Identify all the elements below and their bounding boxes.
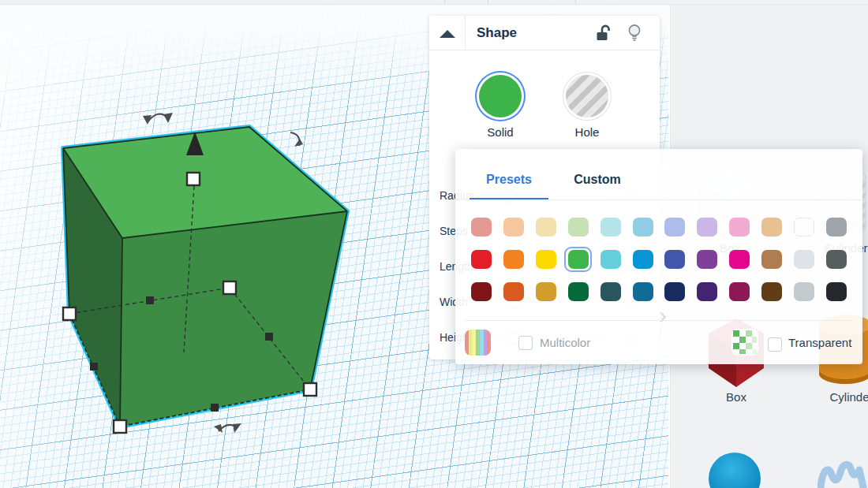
color-swatch[interactable] [568, 282, 589, 301]
color-swatch[interactable] [794, 218, 814, 237]
color-swatch[interactable] [729, 282, 750, 301]
color-swatch[interactable] [794, 250, 814, 269]
color-swatch[interactable] [761, 282, 782, 301]
inspector-header: Shape [429, 16, 660, 50]
shape-label: Cylinder [812, 390, 868, 404]
color-swatch[interactable] [761, 250, 782, 269]
color-swatch[interactable] [600, 218, 621, 237]
color-swatch[interactable] [697, 282, 717, 301]
color-swatch[interactable] [794, 282, 814, 301]
color-swatch[interactable] [826, 250, 847, 269]
color-swatch[interactable] [568, 218, 589, 237]
shape-label: Box [697, 390, 776, 404]
toolbar-separator [488, 0, 488, 5]
triangle-up-icon [440, 30, 455, 38]
color-swatch[interactable] [664, 218, 685, 237]
color-swatch[interactable] [826, 282, 847, 301]
color-swatch[interactable] [633, 218, 653, 237]
toolbar-bottom-strip [0, 0, 868, 5]
solid-option-label: Solid [479, 125, 522, 139]
shape-scribble-icon[interactable] [817, 456, 868, 488]
hole-option-label: Hole [566, 125, 608, 139]
transparent-label: Transparent [788, 336, 851, 349]
color-swatch[interactable] [536, 250, 556, 269]
color-swatch[interactable] [633, 250, 653, 269]
unlock-icon[interactable] [595, 24, 612, 42]
color-picker-popover: Presets Custom › Multicolor Transparent [455, 149, 862, 364]
color-swatch[interactable] [761, 218, 782, 237]
toolbar-separator [575, 0, 576, 5]
hole-option-button[interactable] [566, 75, 608, 117]
color-swatch[interactable] [633, 282, 653, 301]
shape-sphere-icon[interactable] [709, 453, 761, 488]
color-swatch[interactable] [471, 250, 492, 269]
lightbulb-icon[interactable] [627, 24, 642, 43]
color-swatch[interactable] [471, 218, 492, 237]
color-swatch[interactable] [697, 218, 717, 237]
tab-presets[interactable]: Presets [470, 173, 548, 187]
tabbar-border [455, 199, 862, 200]
color-swatch[interactable] [826, 218, 847, 237]
more-presets-chevron-icon[interactable]: › [659, 304, 667, 327]
tinkercad-editor: Box Cylinder Box Cylinder › [0, 0, 868, 488]
multicolor-label: Multicolor [540, 336, 590, 349]
color-swatch[interactable] [503, 250, 524, 269]
toolbar-separator [444, 0, 445, 5]
transparent-icon [731, 329, 758, 356]
transparent-checkbox[interactable] [768, 337, 782, 352]
color-swatch[interactable] [697, 250, 717, 269]
multicolor-icon [465, 330, 491, 356]
color-swatch[interactable] [729, 250, 750, 269]
inspector-title: Shape [477, 25, 517, 41]
color-swatch[interactable] [471, 282, 492, 301]
color-swatch[interactable] [600, 282, 621, 301]
color-swatch[interactable] [729, 218, 750, 237]
solid-option-button[interactable] [479, 75, 522, 117]
color-swatch[interactable] [503, 218, 524, 237]
tab-custom[interactable]: Custom [566, 173, 629, 187]
color-swatch[interactable] [503, 282, 524, 301]
color-swatch[interactable] [568, 250, 589, 269]
color-swatch[interactable] [664, 250, 685, 269]
color-swatch[interactable] [536, 218, 556, 237]
popover-divider [466, 320, 852, 321]
color-swatch[interactable] [600, 250, 621, 269]
color-swatch[interactable] [664, 282, 685, 301]
collapse-inspector-button[interactable] [429, 16, 466, 50]
color-swatch[interactable] [536, 282, 556, 301]
multicolor-checkbox[interactable] [518, 336, 533, 350]
